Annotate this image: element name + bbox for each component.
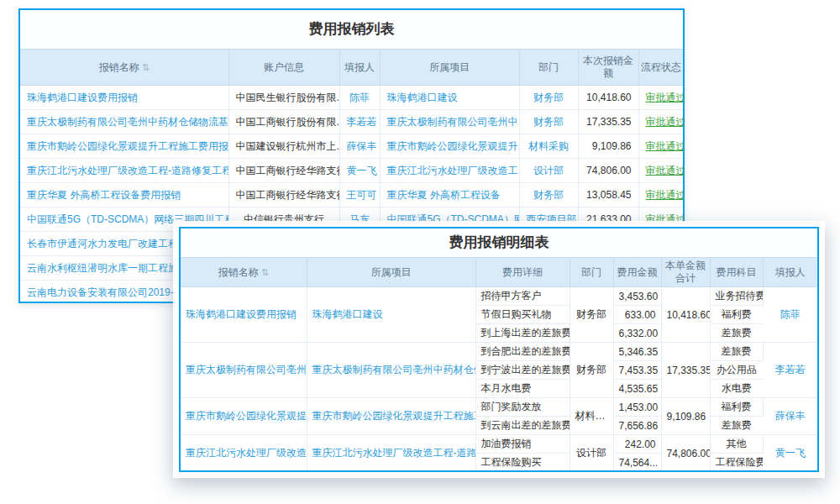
table-row: 重庆江北污水处理厂级改造工程-道路修复工程费用... 中国工商银行经华路支行 黄… — [20, 159, 683, 183]
amount-cell: 242.00 — [613, 435, 661, 454]
detail-cell: 招待甲方客户 — [475, 287, 570, 306]
detail-cell: 部门奖励发放 — [475, 398, 570, 417]
amount-cell: 4,535.65 — [613, 380, 661, 398]
detail-cell: 本月水电费 — [475, 380, 570, 398]
subject-cell: 其他 — [710, 435, 763, 454]
filler-link[interactable]: 黄一飞 — [339, 159, 380, 183]
subject-cell: 差旅费 — [710, 343, 763, 361]
project-link[interactable]: 珠海鹤港口建设 — [307, 287, 475, 343]
sort-icon[interactable]: ⇅ — [261, 267, 269, 277]
expense-name-link[interactable]: 珠海鹤港口建设费用报销 — [181, 287, 307, 343]
expense-detail-table: 报销名称⇅ 所属项目 费用详细 部门 费用金额 本单金额合计 费用科目 填报人 … — [181, 257, 817, 472]
filler-link[interactable]: 黄一飞 — [763, 435, 817, 472]
filler-link[interactable]: 李若若 — [763, 343, 817, 398]
status-link[interactable]: 审批通过 — [638, 183, 683, 207]
amount-cell: 17,335.35 — [578, 110, 638, 134]
project-link[interactable]: 重庆太极制药有限公司亳州中药材仓储物流基地项目 — [307, 343, 475, 398]
subject-cell: 差旅费 — [710, 324, 763, 343]
amount-cell: 7,656.86 — [613, 417, 661, 435]
dept-cell: 财务部 — [570, 287, 613, 343]
dept-cell[interactable]: 财务部 — [519, 183, 578, 207]
project-link[interactable]: 重庆江北污水处理厂级改造工... — [380, 159, 519, 183]
expense-list-title: 费用报销列表 — [20, 10, 683, 49]
status-link[interactable]: 审批通过 — [638, 159, 683, 183]
expense-name-link[interactable]: 重庆市鹅岭公园绿化景观提升工程施工费用报销 — [20, 134, 228, 159]
subject-cell: 福利费 — [710, 306, 763, 324]
table-row: 重庆市鹅岭公园绿化景观提升工程施工费用报销 重庆市鹅岭公园绿化景观提升工程施工 … — [181, 398, 817, 417]
amount-cell: 74,564... — [613, 454, 661, 472]
filler-link[interactable]: 李若若 — [339, 110, 380, 134]
amount-cell: 1,453.00 — [613, 398, 661, 417]
expense-name-link[interactable]: 重庆太极制药有限公司亳州中药材仓储物流基地项目费用报销 — [181, 343, 307, 398]
status-link[interactable]: 审批通过 — [638, 134, 683, 159]
dept-cell[interactable]: 财务部 — [519, 86, 578, 110]
amount-cell: 74,806.00 — [578, 159, 638, 183]
subject-cell: 工程保险费 — [710, 454, 763, 472]
list-header-dept: 部门 — [519, 50, 578, 86]
dept-cell[interactable]: 设计部 — [519, 159, 578, 183]
subject-cell: 办公用品 — [710, 361, 763, 380]
detail-header-dept: 部门 — [570, 258, 613, 287]
list-header-amount: 本次报销金额 — [578, 50, 638, 86]
project-link[interactable]: 重庆市鹅岭公园绿化景观提升工程施工 — [307, 398, 475, 435]
expense-name-link[interactable]: 重庆太极制药有限公司亳州中药材仓储物流基地项... — [20, 110, 228, 134]
table-row: 珠海鹤港口建设费用报销 珠海鹤港口建设 招待甲方客户 财务部 3,453.60 … — [181, 287, 817, 306]
account-cell: 中国民生银行股份有限... — [228, 86, 339, 110]
expense-name-link[interactable]: 重庆华夏 外高桥工程设备费用报销 — [20, 183, 228, 207]
detail-header-subject: 费用科目 — [710, 258, 763, 287]
project-link[interactable]: 重庆太极制药有限公司亳州中... — [380, 110, 519, 134]
detail-header-total: 本单金额合计 — [661, 258, 710, 287]
expense-name-link[interactable]: 重庆江北污水处理厂级改造工程-道路修复工程费用报销 — [181, 435, 307, 472]
filler-link[interactable]: 王可可 — [339, 183, 380, 207]
account-cell: 中国工商银行股份有限... — [228, 110, 339, 134]
detail-header-name-label: 报销名称 — [218, 266, 259, 278]
table-row: 重庆市鹅岭公园绿化景观提升工程施工费用报销 中国建设银行杭州市上... 薛保丰 … — [20, 134, 683, 159]
total-cell: 10,418.60 — [661, 287, 710, 343]
detail-header-project: 所属项目 — [307, 258, 475, 287]
list-header-name[interactable]: 报销名称⇅ — [20, 50, 228, 86]
project-link[interactable]: 珠海鹤港口建设 — [380, 86, 519, 110]
account-cell: 中国工商银行经华路支行 — [228, 159, 339, 183]
dept-cell[interactable]: 财务部 — [519, 110, 578, 134]
detail-cell: 加油费报销 — [475, 435, 570, 454]
table-row: 重庆华夏 外高桥工程设备费用报销 中国工商银行经华路支行 王可可 重庆华夏 外高… — [20, 183, 683, 207]
dept-cell: 财务部 — [570, 343, 613, 398]
detail-cell: 节假日购买礼物 — [475, 306, 570, 324]
filler-link[interactable]: 薛保丰 — [339, 134, 380, 159]
subject-cell: 业务招待费 — [710, 287, 763, 306]
project-link[interactable]: 重庆江北污水处理厂级改造工程-道路修复工程 — [307, 435, 475, 472]
sort-icon[interactable]: ⇅ — [142, 62, 150, 72]
status-link[interactable]: 审批通过 — [638, 110, 683, 134]
detail-cell: 到云南出差的差旅费 — [475, 417, 570, 435]
project-link[interactable]: 重庆华夏 外高桥工程设备 — [380, 183, 519, 207]
subject-cell: 差旅费 — [710, 417, 763, 435]
dept-cell: 材料采购 — [570, 398, 613, 435]
detail-header-row: 报销名称⇅ 所属项目 费用详细 部门 费用金额 本单金额合计 费用科目 填报人 — [181, 258, 817, 287]
detail-cell: 到宁波出差的差旅费 — [475, 361, 570, 380]
status-link[interactable]: 审批通过 — [638, 86, 683, 110]
amount-cell: 7,453.35 — [613, 361, 661, 380]
dept-cell[interactable]: 材料采购 — [519, 134, 578, 159]
expense-name-link[interactable]: 重庆江北污水处理厂级改造工程-道路修复工程费用... — [20, 159, 228, 183]
project-link[interactable]: 重庆市鹅岭公园绿化景观提升... — [380, 134, 519, 159]
detail-header-name[interactable]: 报销名称⇅ — [181, 258, 307, 287]
amount-cell: 9,109.86 — [578, 134, 638, 159]
filler-link[interactable]: 陈菲 — [763, 287, 817, 343]
detail-header-amount: 费用金额 — [613, 258, 661, 287]
list-header-filler: 填报人 — [339, 50, 380, 86]
account-cell: 中国建设银行杭州市上... — [228, 134, 339, 159]
total-cell: 9,109.86 — [661, 398, 710, 435]
table-row: 珠海鹤港口建设费用报销 中国民生银行股份有限... 陈菲 珠海鹤港口建设 财务部… — [20, 86, 683, 110]
subject-cell: 水电费 — [710, 380, 763, 398]
amount-cell: 3,453.60 — [613, 287, 661, 306]
list-header-row: 报销名称⇅ 账户信息 填报人 所属项目 部门 本次报销金额 流程状态 — [20, 50, 683, 86]
list-header-project: 所属项目 — [380, 50, 519, 86]
expense-name-link[interactable]: 重庆市鹅岭公园绿化景观提升工程施工费用报销 — [181, 398, 307, 435]
filler-link[interactable]: 薛保丰 — [763, 398, 817, 435]
list-header-name-label: 报销名称 — [99, 61, 139, 73]
filler-link[interactable]: 陈菲 — [339, 86, 380, 110]
detail-header-filler: 填报人 — [763, 258, 817, 287]
amount-cell: 13,058.45 — [578, 183, 638, 207]
expense-name-link[interactable]: 珠海鹤港口建设费用报销 — [20, 86, 228, 110]
expense-detail-panel: 费用报销明细表 报销名称⇅ 所属项目 费用详细 部门 费用金额 本单金额合计 费… — [179, 227, 819, 472]
